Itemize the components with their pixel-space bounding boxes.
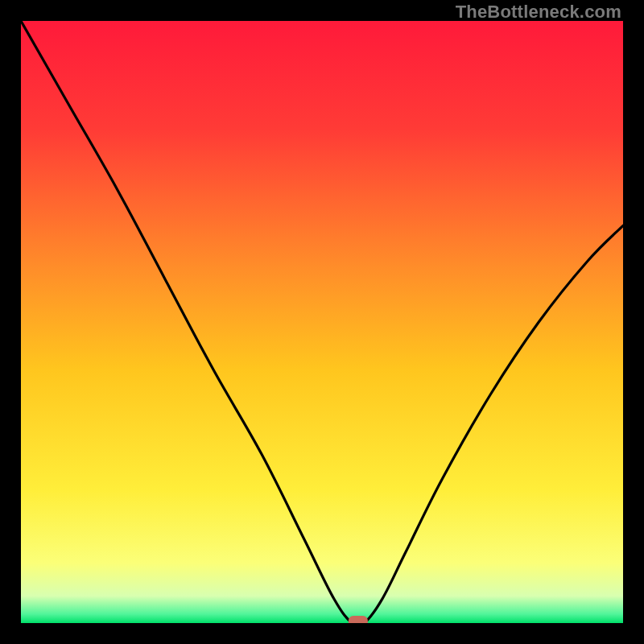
chart-background [21,21,623,623]
optimal-point-marker [349,616,368,623]
watermark-text: TheBottleneck.com [456,2,621,23]
plot-area [21,21,623,623]
bottleneck-chart [21,21,623,623]
chart-frame: TheBottleneck.com [0,0,644,644]
